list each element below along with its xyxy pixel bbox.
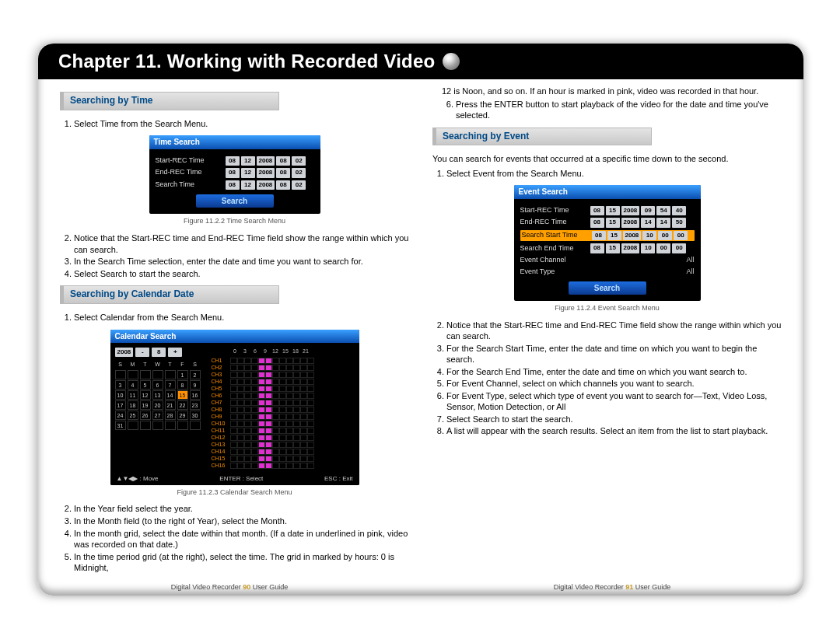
step: Notice that the Start-REC time and End-R…	[74, 232, 409, 255]
steps-list: Select Event from the Search Menu.	[432, 168, 782, 180]
menu-title: Calendar Search	[110, 330, 359, 343]
figure-time-search: Time Search Start-REC Time 081220080802 …	[149, 135, 320, 214]
figure-caption: Figure 11.2.3 Calendar Search Menu	[60, 488, 409, 498]
search-button: Search	[569, 281, 646, 295]
steps-list: Select Calendar from the Search Menu.	[60, 312, 409, 323]
step: For Event Type, select which type of eve…	[446, 390, 782, 413]
step: Select Calendar from the Search Menu.	[74, 312, 409, 323]
chapter-title: Chapter 11. Working with Recorded Video	[58, 51, 435, 72]
left-column: Searching by Time Select Time from the S…	[60, 86, 409, 569]
step: For Event Channel, select on which chann…	[446, 378, 782, 390]
step: Select Search to start the search.	[446, 414, 782, 425]
step: In the time period grid (at the right), …	[74, 551, 409, 574]
step: In the Year field select the year.	[74, 503, 409, 515]
section-heading: Searching by Time	[60, 92, 279, 110]
right-column: 12 is Noon, and so on. If an hour is mar…	[432, 86, 782, 569]
step: A list will appear with the search resul…	[446, 425, 782, 437]
step: Select Time from the Search Menu.	[74, 118, 409, 130]
step: In the Search Time selection, enter the …	[74, 256, 409, 267]
continuation-line: 12 is Noon, and so on. If an hour is mar…	[442, 86, 782, 97]
figure-caption: Figure 11.2.4 Event Search Menu	[432, 304, 782, 313]
step: For the Search End Time, enter the date …	[446, 366, 782, 378]
step: In the Month field (to the right of Year…	[74, 515, 409, 527]
step: Notice that the Start-REC time and End-R…	[446, 320, 782, 342]
step: Press the ENTER button to start playback…	[456, 99, 782, 121]
step: In the month grid, select the date withi…	[74, 528, 409, 550]
header-sphere-icon	[443, 53, 460, 70]
steps-list: In the Year field select the year. In th…	[60, 503, 409, 573]
figure-caption: Figure 11.2.2 Time Search Menu	[60, 217, 409, 226]
step: For the Search Start Time, enter the dat…	[446, 343, 782, 365]
step: Select Search to start the search.	[74, 268, 409, 280]
steps-list: Notice that the Start-REC time and End-R…	[432, 320, 782, 437]
search-button: Search	[196, 194, 274, 208]
menu-title: Event Search	[514, 185, 701, 198]
steps-list: Select Time from the Search Menu.	[60, 118, 409, 130]
steps-list: Notice that the Start-REC time and End-R…	[60, 232, 409, 279]
figure-calendar-search: Calendar Search 2008-8+ SMTWTFS 12345678…	[110, 330, 359, 485]
intro-text: You can search for events that occurred …	[432, 153, 782, 165]
section-heading: Searching by Event	[432, 128, 652, 146]
step: Select Event from the Search Menu.	[446, 168, 782, 180]
section-heading: Searching by Calendar Date	[60, 285, 279, 304]
figure-event-search: Event Search Start-REC Time 081520080954…	[514, 185, 701, 300]
menu-title: Time Search	[149, 135, 320, 149]
steps-list: Press the ENTER button to start playback…	[442, 99, 782, 121]
page-footer: Digital Video Recorder 90 User Guide Dig…	[38, 583, 803, 591]
